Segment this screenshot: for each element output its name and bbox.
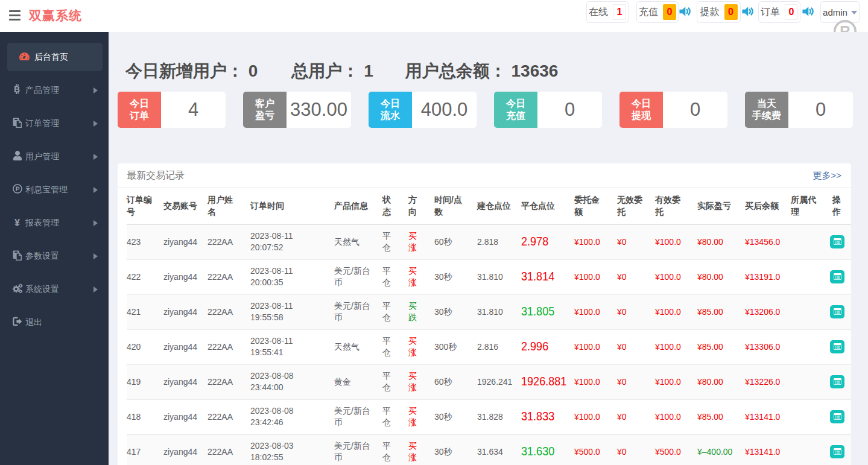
svg-text:R: R (840, 23, 850, 32)
svg-text:B: B (14, 84, 20, 94)
